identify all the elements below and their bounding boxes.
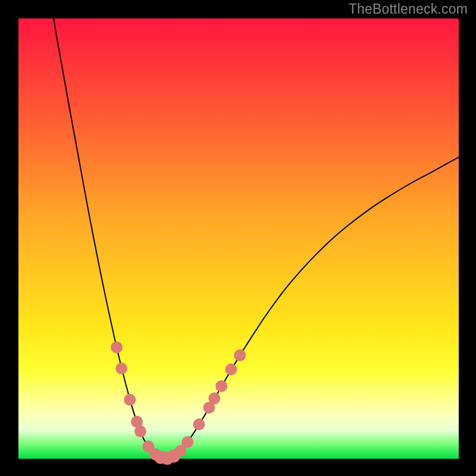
overlay-dot	[134, 425, 146, 437]
overlay-dot	[208, 393, 220, 405]
overlay-dot	[181, 436, 193, 448]
overlay-dot	[225, 364, 237, 375]
overlay-dot	[115, 362, 127, 374]
overlay-dot	[111, 342, 123, 353]
bottleneck-chart	[0, 0, 476, 476]
overlay-dot	[234, 349, 246, 361]
overlay-dot	[193, 418, 205, 430]
overlay-dot	[124, 394, 136, 406]
overlay-dot	[215, 380, 227, 392]
chart-frame: TheBottleneck.com	[0, 0, 476, 476]
gradient-background	[18, 18, 459, 459]
